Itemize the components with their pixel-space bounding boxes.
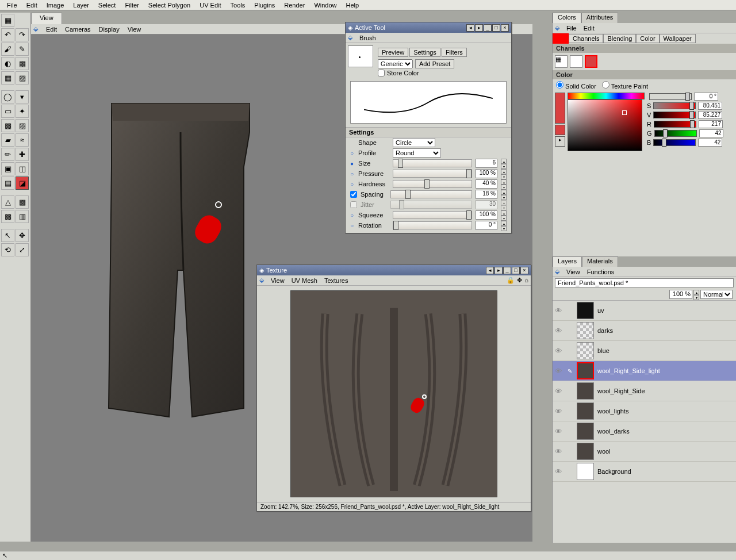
view-tab[interactable]: View <box>31 13 62 24</box>
menu-edit[interactable]: Edit <box>22 1 42 10</box>
blend-mode-select[interactable]: Normal <box>700 290 733 299</box>
tab-blending[interactable]: Blending <box>603 34 636 43</box>
tool-smudge-icon[interactable]: ≈ <box>16 133 29 147</box>
tool-box2-icon[interactable]: ▥ <box>16 210 29 223</box>
channel-thumb-rgb[interactable]: ▦ <box>555 55 568 68</box>
hardness-value[interactable]: 40 % <box>476 179 497 189</box>
swap-swatch-icon[interactable]: ▸ <box>555 136 565 147</box>
tool-brush-icon[interactable]: 🖌 <box>1 43 14 56</box>
channel-thumb-alpha[interactable] <box>570 55 582 68</box>
preset-select[interactable]: Generic <box>378 59 413 68</box>
pin-icon[interactable]: ⬙ <box>555 268 559 275</box>
link-icon[interactable]: ○ <box>350 181 355 187</box>
eye-icon[interactable]: 👁 <box>555 407 564 416</box>
minimize-icon[interactable]: _ <box>484 24 492 32</box>
layers-filename[interactable] <box>555 278 734 287</box>
background-swatch[interactable] <box>555 125 565 135</box>
tool-box1-icon[interactable]: ▩ <box>1 210 14 223</box>
layers-menu-functions[interactable]: Functions <box>587 269 615 275</box>
colors-menu-file[interactable]: File <box>566 25 577 32</box>
spacing-checkbox[interactable] <box>350 191 357 198</box>
menu-window[interactable]: Window <box>309 1 341 10</box>
tool-rotate-icon[interactable]: ⟲ <box>1 243 14 256</box>
jitter-checkbox[interactable] <box>350 201 357 208</box>
layer-item[interactable]: 👁✎wool_Right_Side_light <box>553 361 736 381</box>
layer-item[interactable]: 👁blue <box>553 341 736 361</box>
g-slider[interactable] <box>654 130 697 137</box>
tab-preview[interactable]: Preview <box>378 48 408 57</box>
tab-layers[interactable]: Layers <box>553 256 582 267</box>
tool-grid-icon[interactable]: ▦ <box>1 71 14 85</box>
tex-menu-view[interactable]: View <box>271 277 285 284</box>
texture-titlebar[interactable]: ◈ Texture ◂ ▸ _ □ × <box>257 265 531 275</box>
tool-color-icon[interactable]: ◪ <box>16 177 29 190</box>
eye-icon[interactable]: 👁 <box>555 306 564 315</box>
current-color-swatch[interactable] <box>553 33 569 44</box>
squeeze-spinner[interactable]: ▴▾ <box>501 210 507 220</box>
spacing-spinner[interactable]: ▴▾ <box>501 190 507 199</box>
foreground-swatch[interactable] <box>555 93 565 124</box>
tex-menu-uvmesh[interactable]: UV Mesh <box>292 277 317 284</box>
colors-menubar[interactable]: ⬙ File Edit <box>553 23 736 33</box>
tab-attributes[interactable]: Attributes <box>581 13 618 23</box>
eye-icon[interactable]: 👁 <box>555 427 564 436</box>
pressure-value[interactable]: 100 % <box>476 169 497 178</box>
tab-colors[interactable]: Colors <box>553 13 581 23</box>
tool-fill-icon[interactable]: ▣ <box>1 162 14 175</box>
texture-canvas[interactable] <box>290 290 497 497</box>
menu-uv-edit[interactable]: UV Edit <box>195 1 225 10</box>
pin-icon[interactable]: ⬙ <box>259 277 264 284</box>
layer-item[interactable]: 👁darks <box>553 321 736 341</box>
close-icon[interactable]: × <box>520 267 528 274</box>
tab-color[interactable]: Color <box>636 34 659 43</box>
colors-menu-edit[interactable]: Edit <box>584 25 595 32</box>
menu-file[interactable]: File <box>2 1 22 10</box>
menu-select[interactable]: Select <box>94 1 121 10</box>
store-color-checkbox[interactable] <box>378 70 385 76</box>
tab-materials[interactable]: Materials <box>582 256 618 267</box>
active-tool-sub[interactable]: ⬙ Brush <box>346 33 511 43</box>
b-value[interactable]: 42 <box>698 139 722 147</box>
tab-channels[interactable]: Channels <box>569 34 603 43</box>
tool-check1-icon[interactable]: ▩ <box>1 119 14 132</box>
minimize-icon[interactable]: _ <box>503 267 511 274</box>
tool-pen-icon[interactable]: ✎ <box>16 43 29 56</box>
rotation-slider[interactable] <box>393 221 472 229</box>
rotation-value[interactable]: 0 ° <box>476 221 497 230</box>
opacity-spinner[interactable]: ▴▾ <box>693 290 699 299</box>
tool-checker-icon[interactable]: ▩ <box>16 57 29 70</box>
layer-item[interactable]: 👁wool_darks <box>553 421 736 442</box>
link-icon[interactable]: ● <box>350 160 355 167</box>
shape-select[interactable]: Circle <box>393 138 435 147</box>
g-value[interactable]: 42 <box>699 129 723 137</box>
maximize-icon[interactable]: □ <box>512 267 520 274</box>
solid-color-radio[interactable]: Solid Color <box>556 81 596 90</box>
menu-select-polygon[interactable]: Select Polygon <box>144 1 195 10</box>
tool-pointer-icon[interactable]: ↖ <box>1 229 14 242</box>
rotation-spinner[interactable]: ▴▾ <box>501 221 507 230</box>
eye-icon[interactable]: 👁 <box>555 447 564 456</box>
view-menu-cameras[interactable]: Cameras <box>65 26 91 33</box>
squeeze-value[interactable]: 100 % <box>476 210 497 220</box>
tool-eraser-icon[interactable]: ▰ <box>1 133 14 147</box>
tab-wallpaper[interactable]: Wallpaper <box>660 34 696 43</box>
hue-strip[interactable] <box>568 93 645 99</box>
link-icon[interactable]: ○ <box>350 212 355 218</box>
menu-render[interactable]: Render <box>279 1 309 10</box>
tool-diag-icon[interactable]: ▨ <box>16 71 29 85</box>
v-value[interactable]: 85.227 <box>698 111 722 119</box>
tool-shape-icon[interactable]: ◐ <box>1 57 14 70</box>
view-menu-edit[interactable]: Edit <box>46 26 57 33</box>
tool-move-icon[interactable]: ✥ <box>16 229 29 242</box>
tex-menu-textures[interactable]: Textures <box>324 277 348 284</box>
tool-redo-icon[interactable]: ↷ <box>16 28 29 41</box>
tool-layer-icon[interactable]: ▤ <box>1 177 14 190</box>
spacing-value[interactable]: 18 % <box>476 190 497 199</box>
tool-axis-icon[interactable]: △ <box>1 195 14 209</box>
view-menu-view[interactable]: View <box>128 26 141 33</box>
layer-opacity[interactable]: 100 % <box>669 290 692 299</box>
lock-icon[interactable]: 🔒 <box>507 277 515 284</box>
maximize-icon[interactable]: □ <box>492 24 500 32</box>
tool-dropper-icon[interactable]: ✚ <box>16 148 29 161</box>
menu-tools[interactable]: Tools <box>226 1 250 10</box>
